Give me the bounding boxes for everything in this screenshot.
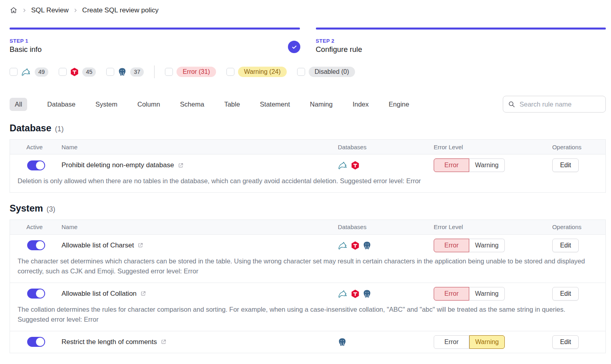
postgres-icon [363, 289, 371, 298]
tab-column[interactable]: Column [137, 98, 160, 111]
tab-table[interactable]: Table [224, 98, 240, 111]
postgres-filter-checkbox[interactable] [106, 68, 114, 76]
tab-all[interactable]: All [10, 98, 27, 111]
tab-naming[interactable]: Naming [310, 98, 333, 111]
engine-filter-tidb: 45 [59, 67, 96, 77]
error-filter-pill[interactable]: Error (31) [177, 67, 216, 77]
edit-button[interactable]: Edit [552, 239, 579, 252]
disabled-filter-pill[interactable]: Disabled (0) [309, 67, 355, 77]
name-cell: Allowable list of Collation [61, 290, 338, 298]
databases-cell [338, 289, 434, 298]
step-1-progress-bar [10, 28, 300, 30]
error-level-button[interactable]: Error [434, 335, 469, 349]
tidb-icon [351, 241, 359, 250]
error-level-segmented-control: ErrorWarning [434, 158, 514, 172]
column-header: Operations [514, 224, 605, 230]
tab-database[interactable]: Database [47, 98, 75, 111]
section-count: (1) [55, 125, 64, 133]
disabled-filter-checkbox[interactable] [297, 68, 305, 76]
databases-cell [338, 338, 434, 346]
tidb-icon [70, 67, 79, 76]
rule-block: Allowable list of CharsetErrorWarningEdi… [10, 235, 605, 283]
postgres-icon [363, 241, 371, 250]
section-title: Database [10, 123, 52, 134]
level-filter-error: Error (31) [165, 67, 216, 77]
rule-row: Restrict the length of commentsErrorWarn… [10, 331, 605, 353]
active-cell [10, 240, 61, 250]
rule-section: Database(1)ActiveNameDatabasesError Leve… [10, 123, 606, 193]
edit-button[interactable]: Edit [552, 158, 579, 172]
databases-cell [338, 161, 434, 170]
tidb-rule-count: 45 [82, 67, 96, 77]
rule-table: ActiveNameDatabasesError LevelOperations… [10, 220, 606, 353]
chevron-right-icon [22, 8, 27, 13]
operations-cell: Edit [514, 335, 605, 349]
rule-block: Allowable list of CollationErrorWarningE… [10, 283, 605, 331]
step-1-label: STEP 1 [10, 38, 300, 44]
home-icon[interactable] [10, 6, 18, 14]
tab-schema[interactable]: Schema [180, 98, 204, 111]
rule-active-toggle[interactable] [27, 337, 45, 347]
table-header-row: ActiveNameDatabasesError LevelOperations [10, 140, 605, 154]
rule-active-toggle[interactable] [27, 240, 45, 250]
external-link-icon[interactable] [161, 339, 167, 345]
error-level-cell: ErrorWarning [434, 158, 514, 172]
column-header: Name [61, 224, 338, 230]
rule-name: Restrict the length of comments [61, 338, 157, 346]
step-2: STEP 2 Configure rule [316, 28, 606, 54]
error-level-cell: ErrorWarning [434, 239, 514, 252]
tab-engine[interactable]: Engine [389, 98, 409, 111]
step-2-title: Configure rule [316, 45, 606, 54]
postgres-rule-count: 37 [130, 67, 144, 77]
warning-filter-pill[interactable]: Warning (24) [238, 67, 287, 77]
error-level-button[interactable]: Error [434, 239, 469, 252]
external-link-icon[interactable] [178, 162, 184, 168]
chevron-right-icon [73, 8, 78, 13]
column-header: Error Level [434, 224, 514, 230]
warning-level-button[interactable]: Warning [469, 335, 505, 349]
edit-button[interactable]: Edit [552, 287, 579, 301]
level-filter-disabled: Disabled (0) [297, 67, 355, 77]
toggle-knob [36, 161, 44, 170]
breadcrumb-sql-review[interactable]: SQL Review [31, 6, 69, 14]
error-level-cell: ErrorWarning [434, 287, 514, 301]
edit-button[interactable]: Edit [552, 335, 579, 349]
table-header-row: ActiveNameDatabasesError LevelOperations [10, 220, 605, 235]
tab-index[interactable]: Index [353, 98, 369, 111]
toggle-knob [36, 338, 44, 346]
warning-level-button[interactable]: Warning [469, 287, 505, 301]
operations-cell: Edit [514, 239, 605, 252]
column-header: Operations [514, 144, 605, 150]
error-level-button[interactable]: Error [434, 158, 469, 172]
rule-active-toggle[interactable] [27, 289, 45, 299]
mysql-filter-checkbox[interactable] [10, 68, 18, 76]
databases-cell [338, 241, 434, 250]
step-1: STEP 1 Basic info [10, 28, 300, 54]
column-header: Databases [338, 224, 434, 230]
rule-table: ActiveNameDatabasesError LevelOperations… [10, 139, 606, 193]
toggle-knob [36, 241, 44, 249]
error-level-button[interactable]: Error [434, 287, 469, 301]
tidb-icon [351, 161, 359, 170]
warning-level-button[interactable]: Warning [469, 158, 505, 172]
tab-statement[interactable]: Statement [260, 98, 290, 111]
mysql-icon [21, 67, 31, 76]
tidb-filter-checkbox[interactable] [59, 68, 67, 76]
error-filter-checkbox[interactable] [165, 68, 173, 76]
column-header: Name [61, 144, 338, 150]
rule-active-toggle[interactable] [27, 160, 45, 170]
step-1-title: Basic info [10, 45, 300, 54]
category-tab-row: AllDatabaseSystemColumnSchemaTableStatem… [10, 96, 606, 113]
external-link-icon[interactable] [137, 242, 143, 248]
warning-filter-checkbox[interactable] [226, 68, 234, 76]
section-title: System [10, 203, 43, 214]
filter-bar: 494537 Error (31)Warning (24)Disabled (0… [10, 65, 606, 78]
tab-system[interactable]: System [95, 98, 117, 111]
external-link-icon[interactable] [140, 291, 146, 297]
rule-name: Prohibit deleting non-empty database [61, 161, 174, 169]
search-rule-input[interactable] [519, 100, 601, 109]
engine-filter-mysql: 49 [10, 67, 48, 77]
filter-divider [154, 65, 155, 78]
warning-level-button[interactable]: Warning [469, 239, 505, 252]
active-cell [10, 289, 61, 299]
